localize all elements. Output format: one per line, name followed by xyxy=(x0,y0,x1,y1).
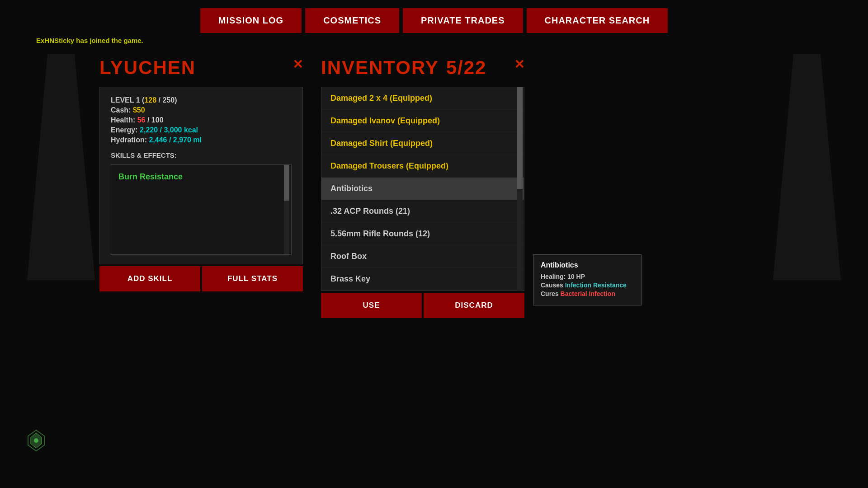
skills-scrollbar[interactable] xyxy=(284,165,289,254)
inventory-title: INVENTORY 5/22 xyxy=(321,57,486,79)
inventory-close-button[interactable]: ✕ xyxy=(514,57,524,72)
private-trades-button[interactable]: PRIVATE TRADES xyxy=(403,8,523,33)
inventory-panel: INVENTORY 5/22 ✕ Damaged 2 x 4 (Equipped… xyxy=(321,57,524,318)
tooltip-healing-label: Healing: xyxy=(541,273,566,280)
antibiotics-tooltip: Antibiotics Healing: 10 HP Causes Infect… xyxy=(533,254,642,305)
system-message: ExHNSticky has joined the game. xyxy=(0,33,868,48)
panels-container: LYUCHEN ✕ LEVEL 1 (128 / 250) Cash: $50 … xyxy=(0,57,868,318)
tooltip-causes: Causes Infection Resistance xyxy=(541,282,634,289)
energy-value: 2,220 / 3,000 kcal xyxy=(140,126,198,134)
inventory-count: 5/22 xyxy=(446,57,487,79)
health-line: Health: 56 / 100 xyxy=(111,116,292,124)
tooltip-healing: Healing: 10 HP xyxy=(541,273,634,280)
inventory-item-2[interactable]: Damaged Ivanov (Equipped) xyxy=(321,110,524,132)
character-close-button[interactable]: ✕ xyxy=(292,57,303,72)
skills-scrollbar-thumb xyxy=(284,165,289,201)
energy-label: Energy: xyxy=(111,126,138,134)
inventory-list: Damaged 2 x 4 (Equipped) Damaged Ivanov … xyxy=(321,87,524,291)
cash-label: Cash: xyxy=(111,106,131,114)
character-footer: ADD SKILL FULL STATS xyxy=(99,266,303,291)
energy-line: Energy: 2,220 / 3,000 kcal xyxy=(111,126,292,134)
health-max: 100 xyxy=(151,116,164,124)
inventory-item-8[interactable]: Roof Box xyxy=(321,245,524,268)
inventory-scrollbar-thumb xyxy=(517,87,523,189)
inventory-item-6[interactable]: .32 ACP Rounds (21) xyxy=(321,200,524,223)
inventory-title-text: INVENTORY xyxy=(321,57,439,79)
character-search-button[interactable]: CHARACTER SEARCH xyxy=(527,8,668,33)
mission-log-button[interactable]: MISSION LOG xyxy=(200,8,302,33)
skill-burn-resistance[interactable]: Burn Resistance xyxy=(118,172,183,182)
full-stats-button[interactable]: FULL STATS xyxy=(202,266,303,291)
tooltip-healing-value: 10 HP xyxy=(567,273,585,280)
character-stats-body: LEVEL 1 (128 / 250) Cash: $50 Health: 56… xyxy=(99,87,303,264)
inventory-item-9[interactable]: Brass Key xyxy=(321,268,524,291)
skills-header: SKILLS & EFFECTS: xyxy=(111,151,292,159)
hydration-label: Hydration: xyxy=(111,136,147,144)
inventory-list-container: Damaged 2 x 4 (Equipped) Damaged Ivanov … xyxy=(321,87,524,291)
inventory-item-7[interactable]: 5.56mm Rifle Rounds (12) xyxy=(321,223,524,245)
health-current: 56 xyxy=(137,116,146,124)
tooltip-cures-value: Bacterial Infection xyxy=(561,290,615,297)
svg-point-2 xyxy=(34,438,38,443)
inventory-item-4[interactable]: Damaged Trousers (Equipped) xyxy=(321,155,524,178)
tooltip-cures-label: Cures xyxy=(541,290,559,297)
hydration-value: 2,446 / 2,970 ml xyxy=(149,136,202,144)
level-line: LEVEL 1 (128 / 250) xyxy=(111,96,292,104)
tooltip-causes-label: Causes xyxy=(541,282,563,289)
hydration-line: Hydration: 2,446 / 2,970 ml xyxy=(111,136,292,144)
character-panel: LYUCHEN ✕ LEVEL 1 (128 / 250) Cash: $50 … xyxy=(99,57,303,318)
use-button[interactable]: USE xyxy=(321,293,422,318)
inventory-scrollbar[interactable] xyxy=(517,87,523,291)
cash-line: Cash: $50 xyxy=(111,106,292,114)
health-label: Health: xyxy=(111,116,135,124)
tooltip-title: Antibiotics xyxy=(541,261,634,269)
exp-current: 128 xyxy=(144,96,156,104)
cash-value: $50 xyxy=(133,106,145,114)
bottom-left-icon xyxy=(27,429,45,452)
inventory-item-5[interactable]: Antibiotics Antibiotics Healing: 10 HP C… xyxy=(321,178,524,200)
discard-button[interactable]: DISCARD xyxy=(424,293,524,318)
inventory-footer: USE DISCARD xyxy=(321,293,524,318)
top-nav: MISSION LOG COSMETICS PRIVATE TRADES CHA… xyxy=(0,0,868,33)
cosmetics-button[interactable]: COSMETICS xyxy=(305,8,399,33)
tooltip-cures: Cures Bacterial Infection xyxy=(541,290,634,297)
inventory-item-1[interactable]: Damaged 2 x 4 (Equipped) xyxy=(321,87,524,110)
inventory-item-3[interactable]: Damaged Shirt (Equipped) xyxy=(321,132,524,155)
skills-box: Burn Resistance xyxy=(111,164,292,255)
tooltip-causes-value: Infection Resistance xyxy=(565,282,627,289)
character-name: LYUCHEN xyxy=(99,57,196,79)
exp-max: 250 xyxy=(162,96,175,104)
add-skill-button[interactable]: ADD SKILL xyxy=(99,266,200,291)
health-sep: / xyxy=(147,116,151,124)
level-label: LEVEL 1 xyxy=(111,96,140,104)
